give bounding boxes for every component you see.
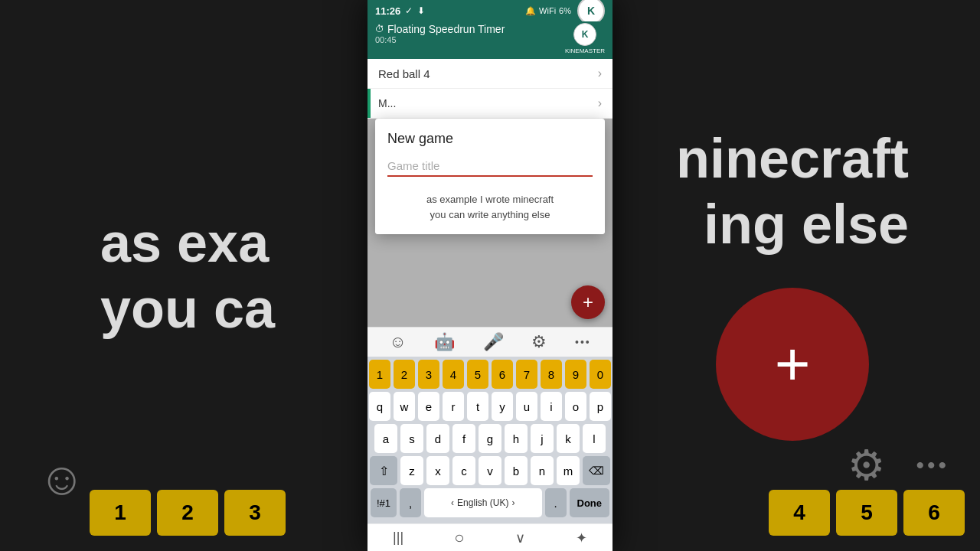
- sym-key[interactable]: !#1: [371, 488, 397, 517]
- wifi-icon: WiFi: [539, 6, 556, 15]
- bg-right-text1: ninecraft: [676, 128, 909, 189]
- shift-key[interactable]: ⇧: [370, 456, 397, 485]
- dialog-hint: as example I wrote minecraft you can wri…: [375, 186, 605, 234]
- key-c[interactable]: c: [452, 456, 475, 485]
- key-w[interactable]: w: [394, 392, 415, 421]
- bg-left-text1: as exa: [100, 212, 269, 273]
- bg-key-1: 1: [90, 490, 151, 536]
- key-j[interactable]: j: [531, 424, 554, 453]
- key-z[interactable]: z: [400, 456, 423, 485]
- chevron-right-icon-2: ›: [598, 96, 602, 110]
- fab-plus-icon: +: [583, 293, 593, 311]
- key-s[interactable]: s: [400, 424, 423, 453]
- dialog-overlay: New game as example I wrote minecraft yo…: [368, 119, 612, 327]
- key-o[interactable]: o: [565, 392, 586, 421]
- game-title-input[interactable]: [387, 156, 593, 177]
- nav-recents-icon[interactable]: ∨: [515, 530, 525, 546]
- game-row-label: Red ball 4: [378, 67, 430, 80]
- green-bar-1: [368, 89, 371, 118]
- keyboard: 1 2 3 4 5 6 7 8 9 0 q w e r t y u i: [368, 357, 612, 523]
- bg-right-text: ninecraft ing else: [661, 110, 924, 273]
- comma-key[interactable]: ,: [400, 488, 421, 517]
- emoji-icon[interactable]: ☺: [389, 332, 406, 352]
- settings-icon[interactable]: ⚙: [531, 332, 547, 352]
- checkmark-icon: ✓: [405, 5, 413, 16]
- timer-icon: ⏱: [375, 24, 384, 34]
- app-header: ⏱ Floating Speedrun Timer 00:45 K KINEMA…: [368, 21, 612, 59]
- lang-label: English (UK): [457, 497, 508, 508]
- key-n[interactable]: n: [531, 456, 554, 485]
- lang-left-chevron: ‹: [451, 497, 454, 508]
- key-8[interactable]: 8: [541, 360, 562, 389]
- key-0[interactable]: 0: [590, 360, 611, 389]
- menu-item-1-label: M...: [378, 97, 396, 109]
- alarm-icon: 🔔: [525, 6, 536, 16]
- bg-key-4: 4: [769, 490, 830, 536]
- lang-key[interactable]: ‹ English (UK) ›: [424, 488, 541, 517]
- phone: 11:26 ✓ ⬇ 🔔 WiFi 6% K ⏱ Floating Speedru…: [368, 0, 612, 551]
- sticker-icon[interactable]: 🤖: [434, 332, 455, 352]
- bg-left-keyboard-hint: 1 2 3: [74, 474, 301, 551]
- keyboard-row2: a s d f g h j k l: [369, 424, 611, 453]
- key-5[interactable]: 5: [467, 360, 488, 389]
- dialog-input-wrapper: [375, 153, 605, 186]
- key-7[interactable]: 7: [516, 360, 537, 389]
- nav-assist-icon[interactable]: ✦: [576, 530, 587, 546]
- key-v[interactable]: v: [479, 456, 501, 485]
- period-key[interactable]: .: [545, 488, 567, 517]
- delete-key[interactable]: ⌫: [583, 456, 610, 485]
- dialog-hint-line2: you can write anything else: [387, 207, 593, 223]
- key-r[interactable]: r: [443, 392, 464, 421]
- fab-button[interactable]: +: [571, 285, 605, 319]
- bg-left-panel: as exa you ca ☺ 1 2 3: [0, 0, 375, 551]
- bg-left-text: as exa you ca: [85, 194, 290, 357]
- keyboard-row1: q w e r t y u i o p: [369, 392, 611, 421]
- more-icon[interactable]: •••: [575, 336, 591, 348]
- game-row[interactable]: Red ball 4 ›: [368, 59, 612, 89]
- app-header-left: ⏱ Floating Speedrun Timer 00:45: [375, 23, 505, 44]
- key-d[interactable]: d: [426, 424, 449, 453]
- download-icon: ⬇: [417, 5, 425, 16]
- key-m[interactable]: m: [557, 456, 580, 485]
- key-g[interactable]: g: [479, 424, 501, 453]
- bg-plus-icon: +: [775, 334, 811, 395]
- key-y[interactable]: y: [492, 392, 513, 421]
- key-e[interactable]: e: [418, 392, 439, 421]
- menu-item-1[interactable]: M... ›: [368, 89, 612, 119]
- status-time: 11:26: [375, 5, 400, 17]
- key-4[interactable]: 4: [443, 360, 464, 389]
- key-k[interactable]: k: [557, 424, 580, 453]
- key-f[interactable]: f: [452, 424, 475, 453]
- key-q[interactable]: q: [369, 392, 390, 421]
- mic-icon[interactable]: 🎤: [483, 332, 504, 352]
- bg-right-text2: ing else: [704, 194, 909, 255]
- key-u[interactable]: u: [516, 392, 537, 421]
- app-subtitle: 00:45: [375, 35, 505, 44]
- done-key[interactable]: Done: [570, 488, 610, 517]
- key-t[interactable]: t: [467, 392, 488, 421]
- key-9[interactable]: 9: [565, 360, 586, 389]
- key-i[interactable]: i: [541, 392, 562, 421]
- key-l[interactable]: l: [583, 424, 606, 453]
- key-3[interactable]: 3: [418, 360, 439, 389]
- nav-home-icon[interactable]: ○: [454, 528, 464, 548]
- chevron-right-icon: ›: [598, 67, 602, 80]
- keyboard-bottom-row: !#1 , ‹ English (UK) › . Done: [369, 488, 611, 520]
- bg-key-2: 2: [157, 490, 218, 536]
- keyboard-number-row: 1 2 3 4 5 6 7 8 9 0: [369, 360, 611, 389]
- key-p[interactable]: p: [590, 392, 611, 421]
- screen-container: as exa you ca ☺ 1 2 3 ninecraft ing else…: [0, 0, 980, 551]
- key-a[interactable]: a: [374, 424, 397, 453]
- key-b[interactable]: b: [505, 456, 528, 485]
- bg-right-panel: ninecraft ing else + ⚙ ••• 4 5 6: [605, 0, 980, 551]
- key-2[interactable]: 2: [394, 360, 415, 389]
- key-x[interactable]: x: [426, 456, 449, 485]
- key-6[interactable]: 6: [492, 360, 513, 389]
- nav-bar: ||| ○ ∨ ✦: [368, 523, 612, 551]
- bg-right-keyboard-hint: 4 5 6: [753, 474, 980, 551]
- kinemaster-circle: K: [573, 23, 596, 46]
- key-1[interactable]: 1: [369, 360, 390, 389]
- nav-back-icon[interactable]: |||: [393, 530, 403, 546]
- battery-percent: 6%: [559, 6, 571, 15]
- key-h[interactable]: h: [505, 424, 528, 453]
